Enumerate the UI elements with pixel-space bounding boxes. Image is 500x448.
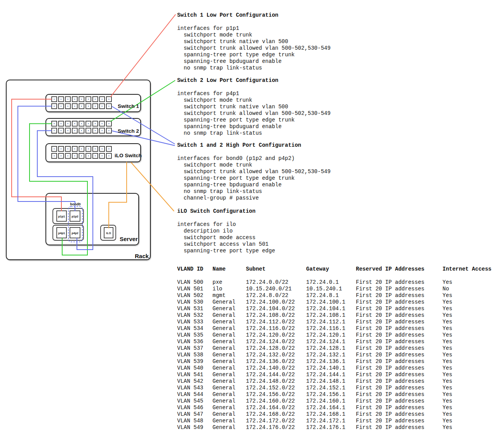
cell-name: ilo — [213, 286, 246, 292]
cell-subnet: 172.24.148.0/22 — [246, 378, 306, 385]
cell-vlan-id: VLAN 546 — [177, 405, 213, 411]
cell-gateway: 172.24.168.1 — [306, 411, 356, 418]
cell-vlan-id: VLAN 533 — [177, 319, 213, 325]
switch2-label: Switch 2 — [118, 128, 139, 134]
cell-internet-access: Yes — [443, 424, 496, 431]
cell-name: General — [213, 299, 246, 306]
rack-label: Rack — [135, 253, 149, 259]
rack-diagram: Switch 1 Switch 2 iLO Switch Server Rack… — [0, 0, 183, 272]
cell-subnet: 172.24.160.0/22 — [246, 398, 306, 405]
cell-internet-access: Yes — [443, 385, 496, 391]
port-led-dot — [54, 130, 54, 131]
cell-subnet: 172.24.104.0/22 — [246, 306, 306, 312]
table-row: VLAN 538 General 172.24.132.0/22 172.24.… — [177, 352, 496, 358]
cell-name: General — [213, 352, 246, 358]
switch1-port-row-high — [52, 104, 111, 109]
cell-subnet: 172.24.156.0/22 — [246, 391, 306, 398]
port-led-dot — [95, 148, 96, 149]
cell-subnet: 172.24.116.0/22 — [246, 325, 306, 332]
port-led-dot — [68, 123, 68, 124]
config-body: interfaces for ilo description ilo switc… — [177, 221, 275, 254]
cell-vlan-id: VLAN 530 — [177, 299, 213, 306]
cell-subnet: 172.24.120.0/22 — [246, 332, 306, 339]
cell-name: General — [213, 339, 246, 345]
vlan-table-body: VLAN 500 pxe 172.24.0.0/22 172.24.0.1 Fi… — [177, 279, 496, 431]
table-row: VLAN 532 General 172.24.108.0/22 172.24.… — [177, 312, 496, 319]
cell-name: General — [213, 365, 246, 372]
cell-internet-access: Yes — [443, 358, 496, 365]
port-led-dot — [88, 123, 89, 124]
cell-internet-access: Yes — [443, 391, 496, 398]
port-led-dot — [108, 123, 109, 124]
cell-subnet: 172.24.140.0/22 — [246, 365, 306, 372]
cell-subnet: 172.24.8.0/22 — [246, 292, 306, 299]
port-led-dot — [95, 130, 96, 131]
table-row: VLAN 501 ilo 10.15.240.0/21 10.15.240.1 … — [177, 286, 496, 292]
header-gateway: Gateway — [306, 266, 356, 273]
port-led-dot — [74, 99, 75, 99]
cell-vlan-id: VLAN 501 — [177, 286, 213, 292]
cell-subnet: 172.24.164.0/22 — [246, 405, 306, 411]
table-row: VLAN 541 General 172.24.144.0/22 172.24.… — [177, 372, 496, 378]
p4p1-label: p4p1 — [58, 231, 65, 235]
port-led-dot — [81, 155, 82, 156]
cell-gateway: 172.24.0.1 — [306, 279, 356, 286]
cell-subnet: 172.24.152.0/22 — [246, 385, 306, 391]
cell-name: General — [213, 385, 246, 391]
port-led-dot — [68, 148, 68, 149]
cell-reserved-ip: First 20 IP addresses — [356, 378, 443, 385]
port-led-dot — [68, 130, 68, 131]
table-row: VLAN 539 General 172.24.136.0/22 172.24.… — [177, 358, 496, 365]
port-led-dot — [74, 123, 75, 124]
cell-name: pxe — [213, 279, 246, 286]
cell-name: General — [213, 411, 246, 418]
cell-name: mgmt — [213, 292, 246, 299]
cell-name: General — [213, 391, 246, 398]
table-row: VLAN 546 General 172.24.164.0/22 172.24.… — [177, 405, 496, 411]
cell-internet-access: Yes — [443, 372, 496, 378]
table-row: VLAN 500 pxe 172.24.0.0/22 172.24.0.1 Fi… — [177, 279, 496, 286]
cell-gateway: 172.24.136.1 — [306, 358, 356, 365]
cell-reserved-ip: First 20 IP addresses — [356, 279, 443, 286]
port-led-dot — [74, 155, 75, 156]
cell-reserved-ip: First 20 IP addresses — [356, 292, 443, 299]
cell-reserved-ip: First 20 IP addresses — [356, 411, 443, 418]
cell-gateway: 172.24.152.1 — [306, 385, 356, 391]
port-led-dot — [54, 123, 54, 124]
cell-internet-access: Yes — [443, 398, 496, 405]
config-body: interfaces for p4p1 switchport mode trun… — [177, 90, 331, 137]
config-block-ilo-switch: iLO Switch Configuration interfaces for … — [177, 208, 275, 254]
switch2-port-row-low — [52, 121, 111, 126]
port-led-dot — [88, 99, 89, 99]
cell-gateway: 172.24.104.1 — [306, 306, 356, 312]
cell-reserved-ip: First 20 IP addresses — [356, 332, 443, 339]
port-led-dot — [95, 99, 96, 99]
cell-vlan-id: VLAN 541 — [177, 372, 213, 378]
cell-reserved-ip: First 20 IP addresses — [356, 372, 443, 378]
cell-gateway: 172.24.144.1 — [306, 372, 356, 378]
cell-vlan-id: VLAN 547 — [177, 411, 213, 418]
port-led-dot — [95, 106, 96, 106]
port-led-dot — [68, 106, 68, 106]
cell-subnet: 172.24.172.0/22 — [246, 418, 306, 424]
cell-vlan-id: VLAN 537 — [177, 345, 213, 352]
cell-subnet: 172.24.176.0/22 — [246, 424, 306, 431]
config-block-switch2-low: Switch 2 Low Port Configuration interfac… — [177, 77, 331, 137]
table-row: VLAN 536 General 172.24.124.0/22 172.24.… — [177, 339, 496, 345]
cell-name: General — [213, 398, 246, 405]
port-led-dot — [74, 130, 75, 131]
cell-vlan-id: VLAN 538 — [177, 352, 213, 358]
cell-vlan-id: VLAN 532 — [177, 312, 213, 319]
cell-reserved-ip: First 20 IP addresses — [356, 312, 443, 319]
cell-subnet: 172.24.112.0/22 — [246, 319, 306, 325]
cell-subnet: 172.24.128.0/22 — [246, 345, 306, 352]
table-row: VLAN 537 General 172.24.128.0/22 172.24.… — [177, 345, 496, 352]
port-led-dot — [81, 106, 82, 106]
cell-vlan-id: VLAN 544 — [177, 391, 213, 398]
port-led-dot — [102, 155, 103, 156]
cell-name: General — [213, 372, 246, 378]
p4p2-label: p4p2 — [71, 231, 78, 235]
header-name: Name — [213, 266, 246, 273]
table-row: VLAN 543 General 172.24.152.0/22 172.24.… — [177, 385, 496, 391]
config-block-switch1-low: Switch 1 Low Port Configuration interfac… — [177, 12, 331, 71]
